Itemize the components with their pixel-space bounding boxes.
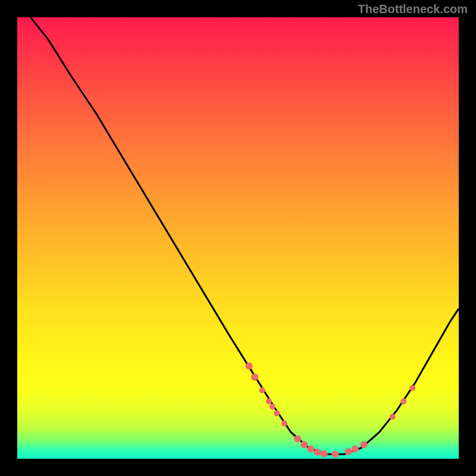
data-marker xyxy=(270,403,275,409)
data-marker xyxy=(281,421,287,427)
data-marker xyxy=(300,441,308,448)
data-marker xyxy=(307,446,314,453)
data-marker xyxy=(321,450,328,458)
data-marker xyxy=(400,399,406,405)
bottleneck-curve xyxy=(30,17,459,455)
watermark-text: TheBottleneck.com xyxy=(358,2,468,16)
data-marker xyxy=(390,414,396,420)
data-marker xyxy=(266,399,272,405)
data-marker xyxy=(246,362,253,369)
data-markers xyxy=(246,362,415,458)
chart-svg xyxy=(17,17,459,459)
data-marker xyxy=(251,374,258,381)
chart-plot-area xyxy=(17,17,459,459)
data-marker xyxy=(294,436,301,443)
data-marker xyxy=(274,411,280,416)
data-marker xyxy=(259,387,265,393)
data-marker xyxy=(314,449,321,456)
data-marker xyxy=(352,446,359,453)
data-marker xyxy=(331,451,339,458)
data-marker xyxy=(361,441,368,448)
data-marker xyxy=(409,385,415,391)
data-marker xyxy=(345,448,352,455)
